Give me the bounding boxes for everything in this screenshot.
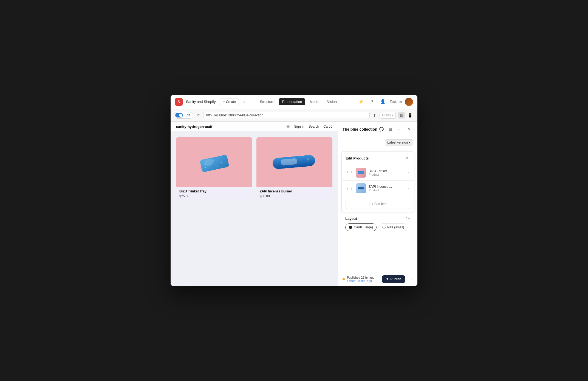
comment-icon[interactable]: 💬 <box>377 125 385 133</box>
product-thumb-bizu <box>356 168 366 178</box>
view-icons: 🖥 📱 <box>398 112 414 119</box>
product-name-bizu: BIZU Trinket Tray <box>179 189 249 193</box>
user-avatar[interactable] <box>405 98 413 106</box>
footer-more-button[interactable]: ··· <box>407 276 413 283</box>
hamburger-icon[interactable]: ☰ <box>286 124 290 129</box>
panel-close-icon[interactable]: ✕ <box>405 125 413 133</box>
topbar: S Sanity and Shopify + Create ⌕ Structur… <box>171 95 417 109</box>
drag-handle-zapi[interactable]: ⋮⋮ <box>346 186 353 190</box>
app-window: S Sanity and Shopify + Create ⌕ Structur… <box>171 95 417 286</box>
cart-link[interactable]: Cart 0 <box>323 125 332 128</box>
product-card-bizu[interactable]: BIZU Trinket Tray $25.00 <box>176 137 252 201</box>
published-text: Published 23 hr. ago <box>347 276 380 279</box>
thumb-mini-trinket <box>358 171 364 174</box>
product-item-type-zapi: Product <box>369 189 402 192</box>
drafts-button[interactable]: Drafts ▾ <box>380 112 396 119</box>
product-price-zapi: $30.00 <box>260 194 329 198</box>
product-item-type-bizu: Product <box>369 173 402 176</box>
browser-bar: Edit ↺ http://localhost:3000/the-blue-co… <box>171 109 417 122</box>
search-link[interactable]: Search <box>309 125 319 128</box>
panel-header-icons: 💬 ⊟ ··· ✕ <box>377 125 413 133</box>
layout-title: Layout <box>345 217 357 221</box>
edit-card-close-icon[interactable]: ✕ <box>403 155 410 161</box>
nav-item-media[interactable]: Media <box>306 98 323 105</box>
app-logo: S <box>175 98 183 106</box>
product-item-info-zapi: ZAPI Incense ... Product <box>369 185 402 192</box>
product-card-zapi[interactable]: ZAPI Incense Burner $30.00 <box>256 137 332 201</box>
main-area: sanity-hydrogen-asdf ☰ Sign in Search Ca… <box>171 122 417 286</box>
panel-header: The blue collection 💬 ⊟ ··· ✕ <box>338 122 417 137</box>
product-thumb-zapi <box>356 183 366 193</box>
nav-item-presentation[interactable]: Presentation <box>279 98 305 105</box>
product-image-zapi <box>256 137 332 187</box>
add-item-label: + Add item <box>372 202 387 206</box>
product-name-zapi: ZAPI Incense Burner <box>260 189 329 193</box>
edit-toggle[interactable]: Edit <box>174 112 193 119</box>
product-item-name-zapi: ZAPI Incense ... <box>369 185 402 189</box>
thumb-mini-burner <box>358 187 364 189</box>
panel-title: The blue collection <box>343 127 377 131</box>
panel-content: Edit Products ✕ ⋮⋮ BIZU Trinket ... Prod… <box>338 148 417 272</box>
radio-pills <box>382 226 386 229</box>
help-icon[interactable]: ? <box>368 98 376 106</box>
edited-text[interactable]: Edited 19 sec. ago <box>347 279 380 282</box>
publish-icon: ⬆ <box>386 277 389 281</box>
edit-products-card: Edit Products ✕ ⋮⋮ BIZU Trinket ... Prod… <box>341 151 414 212</box>
panel-more-icon[interactable]: ··· <box>396 125 404 133</box>
users-icon[interactable]: 👤 <box>379 98 387 106</box>
product-list-item-zapi[interactable]: ⋮⋮ ZAPI Incense ... Product ··· <box>342 181 414 196</box>
publish-button[interactable]: ⬆ Publish <box>382 275 405 283</box>
layout-pills-label: Pills (small) <box>387 225 404 229</box>
status-text: Published 23 hr. ago Edited 19 sec. ago <box>347 276 380 282</box>
status-dot <box>343 278 345 280</box>
split-view-icon[interactable]: ⊟ <box>387 125 394 133</box>
create-button[interactable]: + Create <box>220 99 239 105</box>
preview-nav: ☰ Sign in Search Cart 0 <box>286 124 332 129</box>
product-list-item-bizu[interactable]: ⋮⋮ BIZU Trinket ... Product ··· <box>342 165 414 181</box>
share-icon[interactable]: ⬆ <box>372 112 377 119</box>
layout-section-header: Layout ⌃+ <box>345 216 410 221</box>
version-bar: Latest version ▾ <box>338 137 417 148</box>
preview-pane: sanity-hydrogen-asdf ☰ Sign in Search Ca… <box>171 122 338 286</box>
topbar-right: ⚡ ? 👤 Tasks ⊞ <box>357 98 413 106</box>
layout-add-icon[interactable]: ⌃+ <box>405 216 410 221</box>
layout-cards-label: Cards (large) <box>354 225 373 229</box>
sign-in-link[interactable]: Sign in <box>294 125 304 128</box>
version-button[interactable]: Latest version ▾ <box>385 139 413 145</box>
drag-handle-bizu[interactable]: ⋮⋮ <box>346 170 353 175</box>
edit-label: Edit <box>185 113 190 117</box>
mobile-view-icon[interactable]: 📱 <box>406 112 414 119</box>
add-item-button[interactable]: + + Add item <box>346 199 410 209</box>
item-more-zapi[interactable]: ··· <box>404 185 410 192</box>
layout-option-pills[interactable]: Pills (small) <box>379 223 408 231</box>
layout-options: Cards (large) Pills (small) <box>345 223 410 231</box>
lightning-icon[interactable]: ⚡ <box>357 98 365 106</box>
product-info-bizu: BIZU Trinket Tray $25.00 <box>176 187 252 201</box>
nav-item-structure[interactable]: Structure <box>256 98 278 105</box>
add-item-plus-icon: + <box>368 202 370 206</box>
product-price-bizu: $25.00 <box>179 194 249 198</box>
url-bar[interactable]: http://localhost:3000/the-blue-collectio… <box>203 112 370 119</box>
product-item-name-bizu: BIZU Trinket ... <box>369 169 402 173</box>
panel-footer: Published 23 hr. ago Edited 19 sec. ago … <box>338 272 417 286</box>
publish-label: Publish <box>390 277 401 281</box>
toggle-switch <box>175 113 183 117</box>
global-search-icon[interactable]: ⌕ <box>242 99 247 105</box>
layout-option-cards[interactable]: Cards (large) <box>345 223 377 231</box>
layout-section: Layout ⌃+ Cards (large) Pills (small) <box>341 213 414 234</box>
trinket-svg <box>197 150 231 174</box>
radio-cards <box>349 226 352 229</box>
burner-svg <box>272 153 317 171</box>
desktop-view-icon[interactable]: 🖥 <box>398 112 405 119</box>
product-info-zapi: ZAPI Incense Burner $30.00 <box>256 187 332 201</box>
nav-item-vision[interactable]: Vision <box>324 98 340 105</box>
item-more-bizu[interactable]: ··· <box>404 169 410 176</box>
refresh-icon[interactable]: ↺ <box>196 112 201 119</box>
app-name: Sanity and Shopify <box>186 100 216 104</box>
product-image-bizu <box>176 137 252 187</box>
right-panel: The blue collection 💬 ⊟ ··· ✕ Latest ver… <box>338 122 417 286</box>
edit-products-title: Edit Products <box>346 156 369 160</box>
tasks-button[interactable]: Tasks ⊞ <box>390 100 402 104</box>
top-nav: Structure Presentation Media Vision <box>256 98 340 105</box>
edit-card-header: Edit Products ✕ <box>342 152 414 165</box>
